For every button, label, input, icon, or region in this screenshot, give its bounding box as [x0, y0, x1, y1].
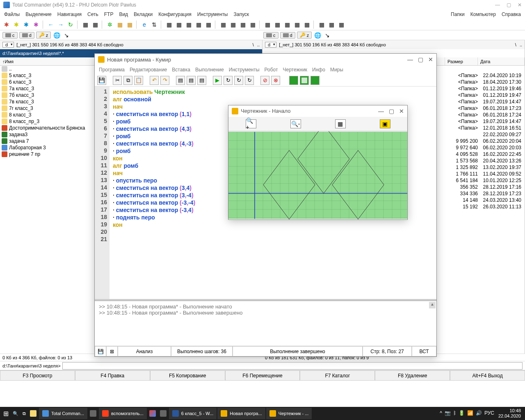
tb12[interactable]: ▦ — [229, 21, 237, 29]
fkey-button[interactable]: F7 Каталог — [300, 370, 375, 381]
tb7[interactable]: ▦ — [175, 21, 183, 29]
grid-icon[interactable]: ▦ — [335, 119, 346, 128]
menu-item[interactable]: Папки — [451, 11, 465, 17]
root-btn[interactable]: \ — [253, 42, 254, 47]
back-icon[interactable]: ← — [47, 21, 55, 29]
tray-icon[interactable]: ^ — [440, 411, 442, 416]
refresh-icon[interactable]: ✱ — [2, 21, 11, 29]
menu-item[interactable]: Файлы — [4, 11, 20, 17]
fkey-button[interactable]: F8 Удаление — [375, 370, 450, 381]
ie-icon[interactable]: e — [140, 21, 148, 29]
drive-select-left[interactable]: d — [2, 42, 14, 48]
fkey-button[interactable]: F3 Просмотр — [0, 370, 75, 381]
stop-icon[interactable]: ↻ — [245, 76, 254, 85]
scroll-up-icon[interactable]: ▲ — [429, 302, 436, 308]
menu-item[interactable]: Вид — [119, 11, 128, 17]
menu-item[interactable]: Чертежник — [283, 67, 308, 73]
up-btn[interactable]: .. — [257, 42, 260, 47]
tb22[interactable]: ▦ — [337, 21, 345, 29]
tb20[interactable]: ▦ — [317, 21, 326, 29]
drive-select-right[interactable]: d — [265, 42, 276, 48]
menu-item[interactable]: Инструменты — [197, 11, 228, 17]
drawer-max-icon[interactable]: ▢ — [389, 108, 394, 114]
drawer-min-icon[interactable]: — — [378, 108, 384, 114]
tb11[interactable]: ▦ — [219, 21, 227, 29]
taskbar-drawer[interactable]: Чертежник - ... — [266, 408, 312, 419]
taskview-icon[interactable]: ⧉ — [21, 408, 27, 419]
min-icon[interactable]: — — [495, 2, 500, 8]
sound-icon[interactable]: 🔊 — [476, 411, 482, 416]
tray-icon[interactable]: 📷 — [445, 411, 451, 416]
zoom-in-icon[interactable]: 🔍+ — [246, 119, 256, 128]
globe-icon[interactable]: 🌐 — [52, 31, 61, 39]
drive-c-right[interactable]: c — [263, 32, 278, 39]
lang-indicator[interactable]: РУС — [484, 411, 494, 416]
fkey-button[interactable]: Alt+F4 Выход — [450, 370, 525, 381]
drive-z-left[interactable]: 🔑z — [36, 32, 51, 39]
star3-icon[interactable]: ✱ — [32, 21, 40, 29]
taskbar-icon2[interactable] — [158, 408, 168, 419]
drive-d-left[interactable]: d — [19, 32, 34, 39]
taskbar-word[interactable]: 6 класс_5 - W... — [169, 408, 217, 419]
drawer-close-icon[interactable]: ✕ — [399, 108, 404, 114]
tb10[interactable]: ▦ — [204, 21, 212, 29]
drive-c-left[interactable]: c — [2, 32, 18, 39]
col-size[interactable]: Размер — [447, 59, 463, 64]
bluetooth-icon[interactable]: ᛒ — [453, 411, 456, 416]
tb15[interactable]: ▦ — [263, 21, 272, 29]
cmd-input[interactable] — [62, 362, 523, 370]
taskbar-kumir[interactable]: Новая програ... — [217, 408, 265, 419]
kumir-close-icon[interactable]: ✕ — [428, 56, 433, 63]
redo-icon[interactable]: ↷ — [160, 76, 169, 85]
tb4[interactable]: ▦ — [116, 21, 124, 29]
stop2-icon[interactable]: ⊗ — [271, 76, 280, 85]
wifi-icon[interactable]: 📶 — [467, 411, 473, 416]
doc3-icon[interactable]: ▤ — [197, 76, 206, 85]
doc2-icon[interactable]: ▤ — [187, 76, 196, 85]
start-button[interactable]: ⊞ — [2, 408, 10, 419]
run-icon[interactable]: ▶ — [213, 76, 222, 85]
tb16[interactable]: ▦ — [273, 21, 281, 29]
globe-icon-r[interactable]: 🌐 — [313, 31, 322, 39]
menu-item[interactable]: Вкладки — [134, 11, 153, 17]
tb6[interactable]: ▦ — [165, 21, 173, 29]
tb17[interactable]: ▦ — [283, 21, 291, 29]
tb13[interactable]: ▦ — [239, 21, 247, 29]
taskbar-chrome[interactable] — [148, 408, 158, 419]
step-icon[interactable]: ↻ — [224, 76, 233, 85]
copy-icon[interactable]: ⧉ — [123, 76, 132, 85]
star2-icon[interactable]: ✱ — [22, 21, 30, 29]
drive-d-right[interactable]: d — [280, 32, 295, 39]
kumir-max-icon[interactable]: ▢ — [418, 56, 423, 63]
star-icon[interactable]: ✱ — [12, 21, 21, 29]
back-slash-icon[interactable]: ↘ — [62, 31, 71, 39]
back-slash-icon-r[interactable]: ↘ — [323, 31, 331, 39]
tb5[interactable]: ▦ — [126, 21, 134, 29]
doc-icon[interactable]: ▤ — [176, 76, 185, 85]
undo-icon[interactable]: ↶ — [150, 76, 159, 85]
menu-item[interactable]: Редактирование — [130, 67, 167, 73]
tb19[interactable]: ▦ — [303, 21, 311, 29]
menu-item[interactable]: Компьютер — [470, 11, 496, 17]
taskbar-icon1[interactable] — [88, 408, 98, 419]
explorer-icon[interactable] — [28, 408, 38, 419]
menu-item[interactable]: Робот — [265, 67, 278, 73]
menu-item[interactable]: Запуск — [234, 11, 249, 17]
battery-icon[interactable]: 🔋 — [459, 411, 465, 416]
drive-z-right[interactable]: 🔑z — [297, 32, 312, 39]
fkey-button[interactable]: F5 Копирование — [150, 370, 225, 381]
taskbar-yandex[interactable]: вспомогатель... — [99, 408, 147, 419]
view1-icon[interactable] — [289, 76, 298, 85]
menu-item[interactable]: Сеть — [87, 11, 98, 17]
menu-item[interactable]: Инфо — [312, 67, 325, 73]
reload-icon[interactable]: ↻ — [66, 21, 75, 29]
tb8[interactable]: ▦ — [185, 21, 193, 29]
tb21[interactable]: ▦ — [327, 21, 336, 29]
up-btn-r[interactable]: .. — [520, 42, 522, 47]
menu-item[interactable]: Инструменты — [229, 67, 260, 73]
taskbar-clock[interactable]: ^ 📷 ᛒ 🔋 📶 🔊 РУС — [436, 411, 498, 416]
root-btn-r[interactable]: \ — [515, 42, 516, 47]
cut-icon[interactable]: ✂ — [113, 76, 122, 85]
save-icon[interactable]: 💾 — [97, 76, 106, 85]
fkey-button[interactable]: F6 Перемещение — [225, 370, 300, 381]
